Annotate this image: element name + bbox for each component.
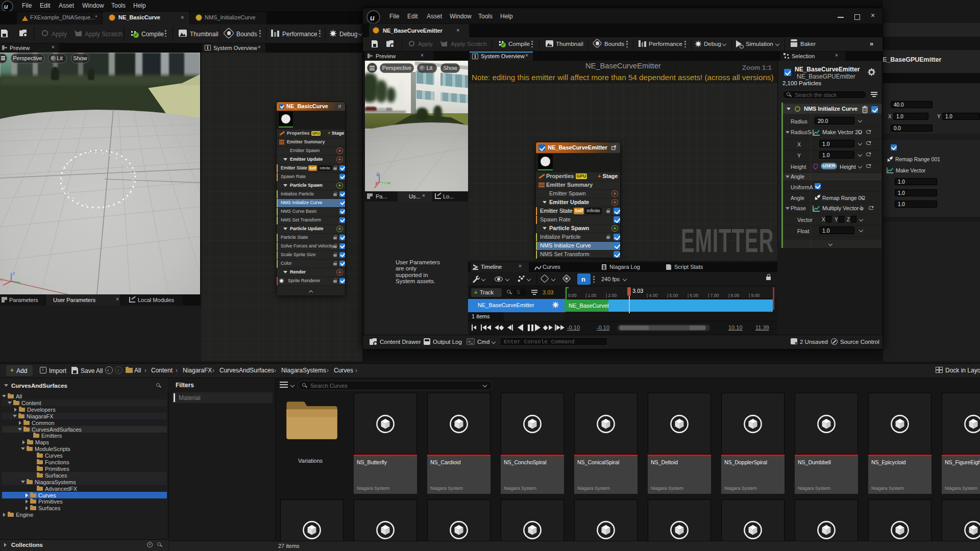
svg-text:X: X: [375, 181, 378, 186]
svg-text:x: x: [1, 277, 3, 282]
svg-text:Z: Z: [376, 172, 379, 177]
svg-text:z: z: [13, 271, 15, 276]
